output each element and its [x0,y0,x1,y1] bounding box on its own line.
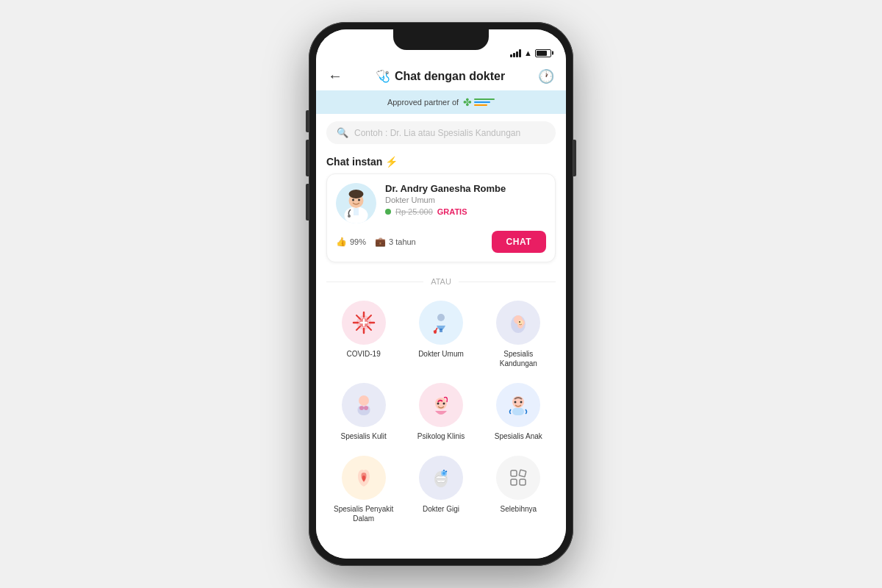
doctor-price-original: Rp 25.000 [395,207,433,216]
search-container: 🔍 Contoh : Dr. Lia atau Spesialis Kandun… [316,114,566,151]
svg-point-30 [518,320,523,326]
experience-stat: 💼 3 tahun [375,237,416,247]
category-grid: COVID-19Dokter UmumSpesialis KandunganSp… [316,292,566,537]
svg-rect-48 [511,470,517,476]
signal-icon [510,49,521,57]
phone-notch [393,29,489,50]
category-label: Psikolog Klinis [417,431,465,441]
phone-frame: ▲ ← 🩺 Chat dengan dokter 🕐 Approved part… [309,22,573,566]
briefcase-icon: 💼 [375,237,386,247]
stethoscope-icon: 🩺 [376,69,390,83]
svg-line-47 [445,471,447,472]
svg-point-22 [437,314,445,321]
category-label: Spesialis Penyakit Dalam [329,504,398,523]
status-icons: ▲ [510,49,551,57]
app-header: ← 🩺 Chat dengan dokter 🕐 [316,62,566,90]
wifi-icon: ▲ [524,49,532,57]
partner-leaf-icon: ✤ [463,96,472,108]
lightning-icon: ⚡ [385,156,398,168]
svg-point-6 [358,199,360,201]
divider-line-right [459,282,556,282]
chat-button[interactable]: CHAT [492,231,546,253]
back-button[interactable]: ← [328,68,343,85]
phone-screen: ▲ ← 🩺 Chat dengan dokter 🕐 Approved part… [316,29,566,559]
battery-icon [535,49,551,57]
category-item[interactable]: Dokter Umum [404,295,478,374]
svg-point-7 [348,215,351,218]
category-icon-circle [419,301,463,345]
category-icon-circle [342,456,386,500]
svg-rect-23 [440,329,442,332]
svg-point-31 [519,321,520,323]
category-item[interactable]: Dokter Gigi [404,450,478,529]
or-divider: ATAU [316,271,566,292]
svg-point-34 [364,406,368,410]
category-icon-circle [496,383,540,427]
doctor-top: Dr. Andry Ganesha Rombe Dokter Umum Rp 2… [336,183,546,223]
category-label: Spesialis Anak [495,431,542,441]
category-item[interactable]: Spesialis Kandungan [481,295,556,374]
svg-point-42 [520,401,523,404]
category-icon-circle [496,456,540,500]
partner-banner: Approved partner of ✤ [316,90,566,114]
doctor-price-free: GRATIS [437,207,467,216]
doctor-bottom: 👍 99% 💼 3 tahun CHAT [336,231,546,253]
svg-point-35 [360,397,368,404]
rating-value: 99% [350,237,366,246]
header-title: 🩺 Chat dengan dokter [376,69,505,83]
svg-point-41 [514,401,517,404]
svg-point-45 [442,472,445,475]
online-indicator [385,209,391,215]
svg-rect-50 [511,479,517,485]
search-input[interactable]: Contoh : Dr. Lia atau Spesialis Kandunga… [354,128,520,138]
category-label: COVID-19 [347,349,381,359]
history-button[interactable]: 🕐 [538,68,554,85]
search-box[interactable]: 🔍 Contoh : Dr. Lia atau Spesialis Kandun… [326,121,556,144]
partner-logo: ✤ [463,96,495,108]
category-label: Spesialis Kulit [341,431,387,441]
doctor-price-row: Rp 25.000 GRATIS [385,207,546,216]
svg-point-4 [349,190,364,198]
partner-text: Approved partner of [387,98,459,107]
category-item[interactable]: Spesialis Anak [481,377,556,447]
search-icon: 🔍 [337,127,348,138]
svg-rect-40 [512,408,524,415]
category-item[interactable]: Selebihnya [481,450,556,529]
category-icon-circle [419,456,463,500]
svg-rect-2 [354,208,359,215]
category-icon-circle [496,301,540,345]
category-label: Selebihnya [501,504,537,514]
svg-point-37 [437,403,439,405]
doctor-info: Dr. Andry Ganesha Rombe Dokter Umum Rp 2… [385,183,546,223]
power-button [573,140,576,176]
doctor-stats: 👍 99% 💼 3 tahun [336,237,416,247]
category-item[interactable]: Psikolog Klinis [404,377,478,447]
rating-stat: 👍 99% [336,237,366,247]
section-title-chat-instan: Chat instan ⚡ [316,151,566,173]
category-item[interactable]: Spesialis Penyakit Dalam [326,450,401,529]
svg-point-5 [352,199,354,201]
category-label: Spesialis Kandungan [484,349,553,368]
category-label: Dokter Gigi [423,504,459,514]
category-icon-circle [342,301,386,345]
category-icon-circle [342,383,386,427]
volume-up-button [306,140,309,176]
volume-down-button [306,184,309,220]
svg-rect-51 [520,479,526,485]
doctor-card: Dr. Andry Ganesha Rombe Dokter Umum Rp 2… [326,173,556,262]
scroll-content: Chat instan ⚡ [316,151,566,559]
svg-rect-49 [519,470,526,477]
category-item[interactable]: Spesialis Kulit [326,377,401,447]
doctor-avatar [336,183,376,223]
page-title: Chat dengan dokter [395,70,505,83]
divider-text: ATAU [431,277,451,286]
category-icon-circle [419,383,463,427]
doctor-specialty: Dokter Umum [385,196,546,204]
doctor-name: Dr. Andry Ganesha Rombe [385,183,546,194]
category-item[interactable]: COVID-19 [326,295,401,374]
svg-point-33 [359,406,364,410]
chat-instan-label: Chat instan [326,156,382,168]
category-label: Dokter Umum [418,349,464,359]
thumbs-up-icon: 👍 [336,237,347,247]
experience-value: 3 tahun [389,237,416,246]
